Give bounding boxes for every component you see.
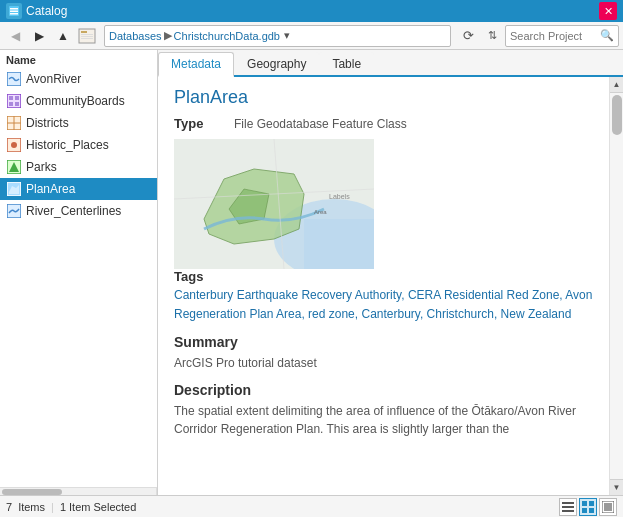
sidebar-item-historic-places[interactable]: Historic_Places: [0, 134, 157, 156]
svg-rect-1: [10, 8, 18, 10]
toolbar: ◀ ▶ ▲ Databases ▶ ChristchurchData.gdb ▾…: [0, 22, 623, 50]
summary-text: ArcGIS Pro tutorial dataset: [174, 354, 593, 372]
status-icons: [559, 498, 617, 516]
parks-label: Parks: [26, 160, 57, 174]
sidebar-item-river-centerlines[interactable]: River_Centerlines: [0, 200, 157, 222]
tags-value: Canterbury Earthquake Recovery Authority…: [174, 286, 593, 324]
sidebar-item-planarea[interactable]: PlanArea: [0, 178, 157, 200]
svg-rect-5: [81, 31, 87, 33]
tab-geography[interactable]: Geography: [234, 52, 319, 75]
items-count: 7: [6, 501, 12, 513]
map-thumbnail: Labels Area: [174, 139, 374, 269]
planarea-label: PlanArea: [26, 182, 75, 196]
summary-heading: Summary: [174, 334, 593, 350]
sidebar-scroll-thumb: [2, 489, 62, 495]
status-divider: |: [51, 501, 54, 513]
svg-rect-12: [15, 96, 19, 100]
type-label: Type: [174, 116, 224, 131]
status-bar: 7 Items | 1 Item Selected: [0, 495, 623, 517]
back-button[interactable]: ◀: [4, 25, 26, 47]
historic-places-icon: [6, 137, 22, 153]
breadcrumb-sep1: ▶: [164, 29, 172, 42]
type-row: Type File Geodatabase Feature Class: [174, 116, 593, 131]
status-text: 7 Items | 1 Item Selected: [6, 501, 136, 513]
scroll-thumb[interactable]: [612, 95, 622, 135]
metadata-title: PlanArea: [174, 87, 593, 108]
scroll-track: [610, 93, 623, 479]
grid-small-view-button[interactable]: [579, 498, 597, 516]
content-area: Metadata Geography Table PlanArea Type F…: [158, 50, 623, 495]
communityboards-label: CommunityBoards: [26, 94, 125, 108]
svg-rect-2: [10, 11, 18, 13]
forward-button[interactable]: ▶: [28, 25, 50, 47]
tab-metadata[interactable]: Metadata: [158, 52, 234, 77]
vertical-scrollbar[interactable]: ▲ ▼: [609, 77, 623, 495]
svg-rect-8: [81, 38, 93, 39]
sidebar-item-parks[interactable]: Parks: [0, 156, 157, 178]
svg-text:Area: Area: [314, 209, 327, 215]
svg-rect-11: [9, 96, 13, 100]
sidebar-item-avonriver[interactable]: AvonRiver: [0, 68, 157, 90]
grid-large-view-button[interactable]: [599, 498, 617, 516]
svg-rect-37: [582, 501, 587, 506]
historic-places-label: Historic_Places: [26, 138, 109, 152]
tab-table[interactable]: Table: [319, 52, 374, 75]
river-centerlines-icon: [6, 203, 22, 219]
svg-rect-3: [10, 13, 18, 15]
breadcrumb-databases[interactable]: Databases: [109, 30, 162, 42]
breadcrumb-bar: Databases ▶ ChristchurchData.gdb ▾: [104, 25, 451, 47]
sidebar-scrollbar[interactable]: [0, 487, 157, 495]
avonriver-label: AvonRiver: [26, 72, 81, 86]
sort-button[interactable]: ⇅: [481, 25, 503, 47]
svg-rect-35: [562, 506, 574, 508]
search-box: 🔍: [505, 25, 619, 47]
items-label: Items: [18, 501, 45, 513]
svg-rect-40: [589, 508, 594, 513]
svg-rect-34: [562, 502, 574, 504]
close-button[interactable]: ✕: [599, 2, 617, 20]
selected-label: 1 Item Selected: [60, 501, 136, 513]
main-layout: Name AvonRiver CommunityBoards Districts: [0, 50, 623, 495]
sidebar-item-districts[interactable]: Districts: [0, 112, 157, 134]
svg-rect-36: [562, 510, 574, 512]
sidebar-item-communityboards[interactable]: CommunityBoards: [0, 90, 157, 112]
type-value: File Geodatabase Feature Class: [234, 117, 407, 131]
districts-icon: [6, 115, 22, 131]
parks-icon: [6, 159, 22, 175]
svg-rect-13: [9, 102, 13, 106]
svg-rect-27: [304, 219, 374, 269]
refresh-button[interactable]: ⟳: [457, 25, 479, 47]
tab-bar: Metadata Geography Table: [158, 50, 623, 77]
title-bar: Catalog ✕: [0, 0, 623, 22]
breadcrumb-gdb[interactable]: ChristchurchData.gdb: [174, 30, 280, 42]
search-input[interactable]: [510, 30, 600, 42]
title-text: Catalog: [26, 4, 599, 18]
description-heading: Description: [174, 382, 593, 398]
list-view-button[interactable]: [559, 498, 577, 516]
tags-row: Tags Canterbury Earthquake Recovery Auth…: [174, 269, 593, 324]
river-centerlines-label: River_Centerlines: [26, 204, 121, 218]
scroll-up-button[interactable]: ▲: [610, 77, 623, 93]
up-button[interactable]: ▲: [52, 25, 74, 47]
svg-rect-6: [81, 34, 93, 35]
svg-rect-7: [81, 36, 93, 37]
search-icon[interactable]: 🔍: [600, 29, 614, 42]
planarea-icon: [6, 181, 22, 197]
breadcrumb-dropdown[interactable]: ▾: [284, 29, 290, 42]
catalog-icon: [6, 3, 22, 19]
tags-label: Tags: [174, 269, 224, 284]
description-text: The spatial extent delimiting the area o…: [174, 402, 593, 438]
svg-point-19: [11, 142, 17, 148]
scroll-down-button[interactable]: ▼: [610, 479, 623, 495]
svg-text:Labels: Labels: [329, 193, 350, 200]
svg-rect-39: [582, 508, 587, 513]
svg-rect-38: [589, 501, 594, 506]
districts-label: Districts: [26, 116, 69, 130]
metadata-content: PlanArea Type File Geodatabase Feature C…: [158, 77, 609, 495]
avonriver-icon: [6, 71, 22, 87]
sidebar-header: Name: [0, 50, 157, 68]
svg-rect-42: [604, 503, 612, 511]
sidebar: Name AvonRiver CommunityBoards Districts: [0, 50, 158, 487]
svg-rect-14: [15, 102, 19, 106]
communityboards-icon: [6, 93, 22, 109]
